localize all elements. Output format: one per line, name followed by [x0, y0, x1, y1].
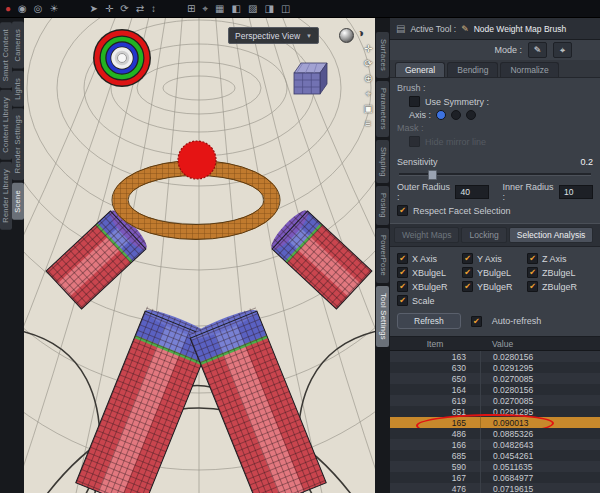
- sensitivity-slider[interactable]: [399, 170, 591, 178]
- axis-z-radio[interactable]: [466, 110, 476, 120]
- zoom-view-icon[interactable]: ⊕: [364, 74, 372, 84]
- use-symmetry-row[interactable]: Use Symmetry :: [409, 96, 593, 107]
- orbit-view-icon[interactable]: ⟳: [364, 59, 372, 69]
- pointer-tool-icon[interactable]: ➤: [89, 4, 97, 14]
- table-row[interactable]: 6850.0454261: [390, 450, 600, 461]
- poly-select-icon[interactable]: ▨: [248, 4, 257, 14]
- pane-tab-parameters[interactable]: Parameters: [376, 81, 389, 137]
- sidebar-tab-cameras[interactable]: Cameras: [12, 22, 24, 69]
- value-cell: 0.0270085: [480, 395, 600, 406]
- sidebar-tab-render-settings[interactable]: Render Settings: [12, 108, 24, 180]
- pane-tab-posing[interactable]: Posing: [376, 186, 389, 225]
- surface-select-icon[interactable]: ◨: [264, 4, 273, 14]
- view-selector[interactable]: Perspective View ▼: [228, 27, 319, 44]
- checkbox-scale[interactable]: ✔Scale: [397, 295, 462, 306]
- pane-tab-surfaces[interactable]: Surfaces: [376, 32, 389, 78]
- checkbox-y-axis[interactable]: ✔Y Axis: [462, 253, 527, 264]
- tab-weight-maps[interactable]: Weight Maps: [394, 227, 459, 243]
- axis-y-radio[interactable]: [451, 110, 461, 120]
- inner-radius-input[interactable]: 10: [559, 185, 593, 199]
- sidebar-tab-smart-content[interactable]: Smart Content: [0, 22, 12, 88]
- scale-tool-icon[interactable]: ↕: [151, 4, 156, 14]
- sidebar-tab-scene[interactable]: Scene: [12, 183, 24, 220]
- node-icon[interactable]: ◉: [18, 4, 27, 14]
- checkbox-box: ✔: [397, 253, 408, 264]
- table-row[interactable]: 6510.0291295: [390, 406, 600, 417]
- table-row[interactable]: 1630.0280156: [390, 351, 600, 362]
- shaded-sphere-icon[interactable]: [339, 28, 354, 43]
- render-icon[interactable]: ▦: [215, 4, 224, 14]
- tab-general[interactable]: General: [395, 62, 445, 77]
- table-row[interactable]: 4760.0719615: [390, 483, 600, 493]
- viewport[interactable]: Perspective View ▼ ◑ ✛⟳⊕⌖▣≡: [24, 18, 375, 493]
- checkbox-ybulger[interactable]: ✔YBulgeR: [462, 281, 527, 292]
- checkbox-z-axis[interactable]: ✔Z Axis: [527, 253, 592, 264]
- light-icon[interactable]: ☀: [50, 4, 59, 14]
- checkbox-label: YBulgeL: [477, 268, 511, 278]
- table-row[interactable]: 4860.0885326: [390, 428, 600, 439]
- pick-mode-button[interactable]: ⌖: [553, 42, 572, 58]
- checkbox-box: ✔: [462, 267, 473, 278]
- value-cell: 0.090013: [480, 417, 600, 428]
- tab-locking[interactable]: Locking: [461, 227, 506, 243]
- translate-tool-icon[interactable]: ⇄: [136, 4, 144, 14]
- outer-radius-input[interactable]: 40: [455, 185, 489, 199]
- table-row[interactable]: 1670.0684977: [390, 472, 600, 483]
- table-row[interactable]: 1640.0280156: [390, 384, 600, 395]
- checkbox-label: ZBulgeR: [542, 282, 577, 292]
- checkbox-xbulgel[interactable]: ✔XBulgeL: [397, 267, 462, 278]
- viewport-3d-scene[interactable]: [24, 18, 375, 493]
- draw-style-icon[interactable]: ◑: [357, 26, 364, 40]
- tab-bending[interactable]: Bending: [447, 62, 498, 77]
- camera-icon[interactable]: ◎: [34, 4, 43, 14]
- pane-tab-tool-settings[interactable]: Tool Settings: [376, 286, 389, 347]
- respect-facet-row[interactable]: ✔ Respect Facet Selection: [397, 205, 593, 216]
- table-row[interactable]: 6190.0270085: [390, 395, 600, 406]
- checkbox-zbulger[interactable]: ✔ZBulgeR: [527, 281, 592, 292]
- table-row[interactable]: 6500.0270085: [390, 373, 600, 384]
- slider-thumb[interactable]: [428, 170, 437, 180]
- paint-mode-button[interactable]: ✎: [528, 42, 547, 58]
- sidebar-tab-content-library[interactable]: Content Library: [0, 90, 12, 160]
- checkbox-xbulger[interactable]: ✔XBulgeR: [397, 281, 462, 292]
- view-menu-icon[interactable]: ≡: [365, 119, 371, 129]
- pane-menu-icon[interactable]: ▤: [396, 23, 405, 34]
- respect-facet-label: Respect Facet Selection: [413, 206, 511, 216]
- use-symmetry-checkbox[interactable]: [409, 96, 420, 107]
- table-row[interactable]: 5900.0511635: [390, 461, 600, 472]
- table-body[interactable]: 1630.02801566300.02912956500.02700851640…: [390, 351, 600, 493]
- checkbox-ybulgel[interactable]: ✔YBulgeL: [462, 267, 527, 278]
- universal-tool-icon[interactable]: ✛: [105, 4, 113, 14]
- table-row[interactable]: 1650.090013: [390, 417, 600, 428]
- refresh-button[interactable]: Refresh: [397, 313, 461, 329]
- tab-selection-analysis[interactable]: Selection Analysis: [509, 227, 594, 243]
- checkbox-zbulgel[interactable]: ✔ZBulgeL: [527, 267, 592, 278]
- pan-view-icon[interactable]: ✛: [364, 44, 372, 54]
- node-select-icon[interactable]: ◧: [232, 4, 241, 14]
- record-icon[interactable]: ●: [5, 4, 11, 14]
- pane-tab-powerpose[interactable]: PowerPose: [376, 228, 389, 283]
- table-row[interactable]: 6300.0291295: [390, 362, 600, 373]
- checkbox-grid-row: ✔X Axis✔Y Axis✔Z Axis: [397, 253, 593, 264]
- frame-tool-icon[interactable]: ⊞: [187, 4, 195, 14]
- sidebar-tab-render-library[interactable]: Render Library: [0, 162, 12, 230]
- aim-tool-icon[interactable]: ⌖: [202, 4, 208, 14]
- axis-x-radio[interactable]: [436, 110, 446, 120]
- active-tool-name[interactable]: Node Weight Map Brush: [474, 24, 566, 34]
- value-cell: 0.0280156: [480, 351, 600, 362]
- pane-tab-shaping[interactable]: Shaping: [376, 140, 389, 184]
- sidebar-tab-lights[interactable]: Lights: [12, 71, 24, 107]
- checkbox-x-axis[interactable]: ✔X Axis: [397, 253, 462, 264]
- value-cell: 0.0291295: [480, 362, 600, 373]
- rotate-tool-icon[interactable]: ⟳: [120, 4, 128, 14]
- active-tool-header: ▤ Active Tool : ✎ Node Weight Map Brush: [390, 18, 600, 40]
- auto-refresh-checkbox[interactable]: ✔: [471, 316, 482, 327]
- aim-view-icon[interactable]: ⌖: [365, 89, 371, 99]
- table-row[interactable]: 1660.0482643: [390, 439, 600, 450]
- view-cube[interactable]: [294, 63, 327, 94]
- frame-view-icon[interactable]: ▣: [364, 104, 373, 114]
- respect-facet-checkbox[interactable]: ✔: [397, 205, 408, 216]
- brush-section: Brush : Use Symmetry : Axis : Mask : Hid…: [390, 78, 600, 151]
- layout-icon[interactable]: ◫: [281, 4, 290, 14]
- tab-normalize[interactable]: Normalize: [500, 62, 558, 77]
